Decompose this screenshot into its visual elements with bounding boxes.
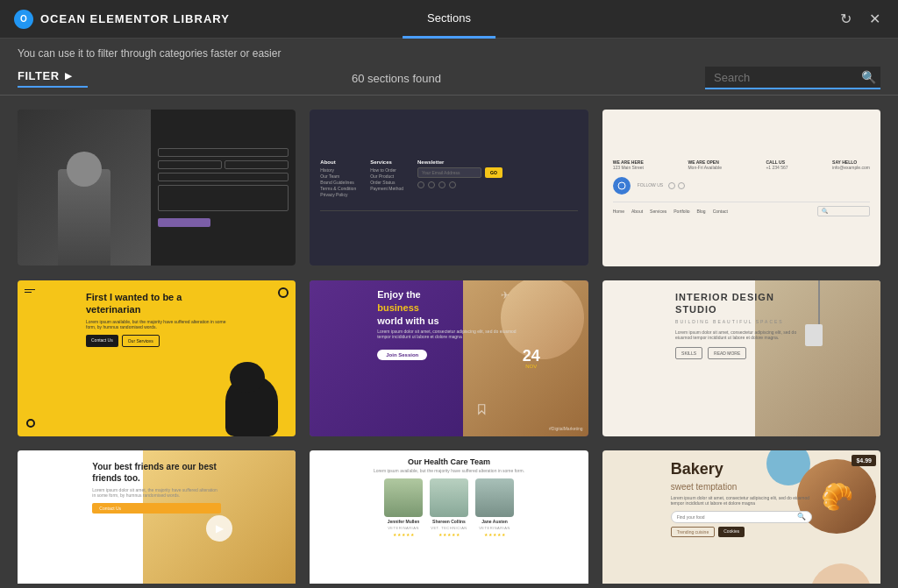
refresh-icon: ↻ (840, 11, 852, 27)
toolbar: You can use it to filter through categor… (0, 39, 898, 96)
skills-button: SKILLS (675, 347, 702, 359)
contact-us-button: Contact Us (92, 503, 221, 514)
toolbar-row: FILTER ▶ 60 sections found 🔍 (18, 67, 880, 89)
card6-title: INTERIOR DESIGN STUDIO (675, 291, 808, 316)
cookies-button: Cookies (718, 527, 745, 537)
card4-desc: Lorem ipsum available, but the majority … (86, 319, 227, 329)
food-search-icon: 🔍 (797, 513, 806, 521)
app-title: OCEAN ELEMENTOR LIBRARY (40, 12, 230, 25)
card9-title: Bakery (671, 461, 812, 478)
card-header-info[interactable]: WE ARE HERE 123 Main Street WE ARE OPEN … (602, 110, 880, 266)
card6-desc: Lorem ipsum dolor sit amet, consectetur … (675, 329, 808, 340)
card5-desc: Lorem ipsum dolor sit amet, consectetur … (377, 329, 521, 339)
card-contact-form[interactable] (18, 110, 296, 266)
card4-title: First I wanted to be a veterinarian (86, 291, 227, 316)
read-more-button: READ MORE (708, 347, 746, 359)
refresh-button[interactable]: ↻ (837, 7, 855, 31)
card6-text: INTERIOR DESIGN STUDIO BUILDING BEAUTIFU… (665, 280, 818, 371)
sections-grid-container: About History Our Team Brand Guidelines … (0, 96, 898, 584)
card-pet-friends[interactable]: Your best friends are our best friends t… (18, 450, 296, 584)
app-header: O OCEAN ELEMENTOR LIBRARY Sections ↻ ✕ (0, 0, 898, 39)
card5-title-line3: world with us (377, 315, 521, 327)
card-bakery[interactable]: Bakery sweet temptation Lorem ipsum dolo… (602, 450, 880, 584)
card9-desc: Lorem ipsum dolor sit amet, consectetur … (671, 495, 812, 506)
food-search-input[interactable] (677, 514, 797, 520)
app-logo: O OCEAN ELEMENTOR LIBRARY (14, 10, 230, 29)
logo-icon: O (14, 10, 33, 29)
sections-count: 60 sections found (352, 72, 441, 85)
card9-text: Bakery sweet temptation Lorem ipsum dolo… (671, 461, 812, 537)
food-search: 🔍 (671, 511, 812, 523)
card-veterinarian[interactable]: First I wanted to be a veterinarian Lore… (18, 280, 296, 436)
join-session-button: Join Session (377, 350, 427, 360)
card7-title: Your best friends are our best friends t… (92, 461, 221, 484)
close-button[interactable]: ✕ (866, 7, 884, 31)
contact-button: Contact Us (86, 335, 118, 347)
card5-title-line1: Enjoy the (377, 289, 521, 301)
trending-button: Trending cuisine (671, 527, 716, 537)
card7-desc: Lorem ipsum dolor sit amet, the majority… (92, 487, 221, 498)
card6-subtitle: BUILDING BEAUTIFUL SPACES (675, 319, 808, 324)
toolbar-hint: You can use it to filter through categor… (18, 47, 880, 60)
filter-arrow-icon: ▶ (65, 71, 73, 81)
sections-grid: About History Our Team Brand Guidelines … (18, 110, 880, 584)
services-button: Our Services (122, 335, 160, 347)
tab-sections[interactable]: Sections (403, 0, 495, 39)
filter-underline (18, 86, 88, 88)
close-icon: ✕ (869, 11, 880, 27)
header-actions: ↻ ✕ (837, 7, 884, 31)
search-box[interactable]: 🔍 (705, 67, 880, 89)
card4-buttons: Contact Us Our Services (86, 335, 227, 347)
filter-section: FILTER ▶ (18, 69, 88, 88)
card-digital-marketing[interactable]: Enjoy the business world with us Lorem i… (310, 280, 588, 436)
card-interior-design[interactable]: INTERIOR DESIGN STUDIO BUILDING BEAUTIFU… (602, 280, 880, 437)
card5-title-line2: business (377, 302, 521, 314)
tab-bar: Sections (403, 0, 495, 39)
card5-text: Enjoy the business world with us Lorem i… (377, 289, 521, 361)
card-health-care[interactable]: Our Health Care Team Lorem ipsum availab… (310, 450, 588, 584)
card9-subtitle: sweet temptation (671, 482, 812, 492)
filter-button[interactable]: FILTER ▶ (18, 69, 72, 82)
card6-buttons: SKILLS READ MORE (675, 347, 808, 359)
search-input[interactable] (714, 71, 854, 84)
search-icon: 🔍 (861, 70, 876, 84)
card4-text: First I wanted to be a veterinarian Lore… (86, 291, 227, 348)
card9-buttons: Trending cuisine Cookies (671, 527, 812, 537)
card-footer-dark[interactable]: About History Our Team Brand Guidelines … (310, 110, 588, 266)
card7-text: Your best friends are our best friends t… (92, 461, 221, 514)
